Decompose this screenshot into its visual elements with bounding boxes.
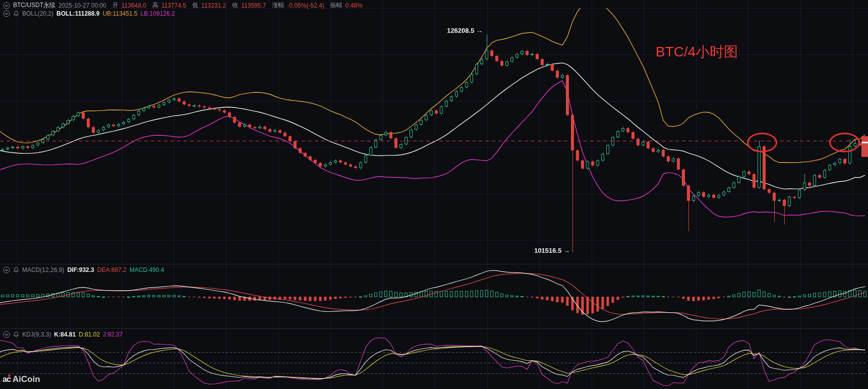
kdj-name[interactable]: KDJ(9,3,3): [22, 331, 51, 338]
macd-name[interactable]: MACD(12,26,9): [22, 266, 64, 273]
indicator-row-boll: BOLL(20,2) BOLL:111288.9 UB:113451.5 LB:…: [3, 10, 175, 17]
collapse-chevron-icon[interactable]: [3, 2, 10, 9]
alert-bell-icon[interactable]: [13, 11, 19, 17]
indicator-row-macd: MACD(12,26,9) DIF:932.3 DEA:687.2 MACD:4…: [3, 266, 164, 273]
change-value: -0.05%(-52.4): [287, 2, 324, 9]
macd-dif-value: DIF:932.3: [67, 266, 94, 273]
collapse-chevron-icon[interactable]: [3, 266, 10, 273]
change-label: 涨幅: [272, 1, 284, 10]
close-value: 113595.7: [241, 2, 266, 9]
macd-hist-value: MACD:490.4: [130, 266, 164, 273]
boll-name[interactable]: BOLL(20,2): [22, 10, 53, 17]
collapse-chevron-icon[interactable]: [3, 331, 10, 338]
trading-chart-app: BTC/USDT永续 2025-10-27 00:00 开 113648.0 高…: [0, 0, 868, 389]
collapse-chevron-icon[interactable]: [3, 10, 10, 17]
price-chart-canvas[interactable]: [0, 0, 868, 389]
boll-lb-value: LB:109126.2: [141, 10, 175, 17]
kdj-k-value: K:84.81: [54, 331, 76, 338]
alert-bell-icon[interactable]: [13, 331, 19, 338]
high-value: 113774.5: [161, 2, 186, 9]
macd-dea-value: DEA:687.2: [97, 266, 127, 273]
kdj-d-value: D:81.02: [79, 331, 100, 338]
low-value: 113231.2: [201, 2, 226, 9]
open-label: 开: [112, 1, 119, 10]
indicator-row-kdj: KDJ(9,3,3) K:84.81 D:81.02 J:92.37: [3, 331, 123, 338]
kdj-j-value: J:92.37: [103, 331, 123, 338]
amplitude-label: 振幅: [330, 1, 342, 10]
high-label: 高: [152, 1, 158, 10]
alert-bell-icon[interactable]: [13, 267, 19, 273]
header-row-symbol: BTC/USDT永续 2025-10-27 00:00 开 113648.0 高…: [3, 1, 363, 10]
open-value: 113648.0: [122, 2, 146, 9]
amplitude-value: 0.48%: [345, 2, 363, 9]
candle-datetime: 2025-10-27 00:00: [59, 2, 106, 9]
boll-mid-value: BOLL:111288.9: [56, 10, 99, 17]
boll-ub-value: UB:113451.5: [102, 10, 137, 17]
symbol-name[interactable]: BTC/USDT永续: [13, 1, 55, 10]
low-label: 低: [192, 1, 198, 10]
close-label: 收: [232, 1, 238, 10]
